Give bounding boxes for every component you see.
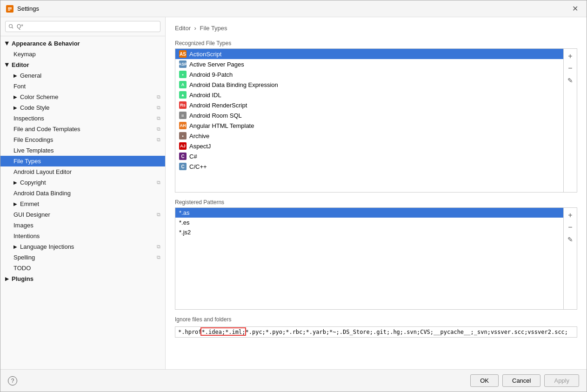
add-file-type-button[interactable]: +	[565, 51, 576, 62]
file-type-android-idl[interactable]: ▲ Android IDL	[175, 90, 563, 100]
pattern-item-es[interactable]: *.es	[175, 218, 563, 227]
sidebar-item-live-templates[interactable]: Live Templates	[0, 145, 165, 156]
ok-button[interactable]: OK	[470, 374, 499, 387]
close-button[interactable]: ✕	[569, 3, 581, 14]
pattern-item-js2[interactable]: *.js2	[175, 227, 563, 237]
pattern-list: *.as *.es *.js2	[175, 208, 563, 309]
add-pattern-button[interactable]: +	[565, 210, 576, 221]
file-type-archive[interactable]: ▪ Archive	[175, 131, 563, 141]
sidebar-item-label: Copyright	[20, 179, 46, 186]
sidebar-item-label: Inspections	[13, 115, 44, 122]
sidebar-item-file-encodings[interactable]: File Encodings ⧉	[0, 134, 165, 145]
sidebar-item-copyright[interactable]: ▶ Copyright ⧉	[0, 177, 165, 188]
file-type-android9patch[interactable]: ▪ Android 9-Patch	[175, 69, 563, 80]
copy-icon: ⧉	[157, 126, 160, 132]
sidebar-item-color-scheme[interactable]: ▶ Color Scheme ⧉	[0, 92, 165, 102]
file-type-aspectj[interactable]: AJ AspectJ	[175, 141, 563, 151]
sidebar-item-spelling[interactable]: Spelling ⧉	[0, 252, 165, 263]
file-type-icon: AJ	[179, 142, 187, 150]
patterns-container: *.as *.es *.js2 + − ✎	[175, 207, 577, 310]
sidebar-item-intentions[interactable]: Intentions	[0, 231, 165, 241]
settings-window: Settings ✕ ▶ Appearance & Behavior Keyma…	[0, 0, 587, 392]
title-bar-left: Settings	[6, 5, 39, 13]
apply-button[interactable]: Apply	[544, 374, 579, 387]
copy-icon: ⧉	[157, 212, 160, 218]
sidebar-item-emmet[interactable]: ▶ Emmet	[0, 199, 165, 209]
file-type-renderscript[interactable]: Rs Android RenderScript	[175, 100, 563, 110]
copy-icon: ⧉	[157, 179, 160, 186]
breadcrumb-separator: ›	[194, 25, 196, 32]
sidebar-item-general[interactable]: ▶ General	[0, 70, 165, 81]
file-list-container: AS ActionScript ASP Active Server Pages …	[175, 48, 577, 193]
copy-icon: ⧉	[157, 105, 160, 111]
title-bar: Settings ✕	[0, 0, 587, 17]
breadcrumb-part1: Editor	[175, 25, 191, 32]
sidebar-item-label: Images	[13, 222, 33, 229]
sidebar-item-file-code-templates[interactable]: File and Code Templates ⧉	[0, 124, 165, 134]
recognized-section: Recognized File Types AS ActionScript AS…	[175, 40, 577, 193]
ignore-input[interactable]	[175, 326, 577, 338]
file-type-icon: ≡	[179, 112, 187, 119]
remove-file-type-button[interactable]: −	[565, 63, 576, 74]
file-type-name: C#	[189, 153, 197, 160]
sidebar-item-android-layout[interactable]: Android Layout Editor	[0, 166, 165, 177]
arrow-icon: ▶	[13, 105, 17, 110]
file-type-csharp[interactable]: C C#	[175, 151, 563, 161]
cancel-button[interactable]: Cancel	[502, 374, 540, 387]
sidebar-item-label: Android Data Binding	[13, 190, 71, 197]
file-list: AS ActionScript ASP Active Server Pages …	[175, 49, 563, 192]
file-type-asp[interactable]: ASP Active Server Pages	[175, 59, 563, 69]
sidebar-item-appearance[interactable]: ▶ Appearance & Behavior	[0, 38, 165, 49]
search-input[interactable]	[5, 21, 160, 32]
pattern-item-as[interactable]: *.as	[175, 208, 563, 218]
sidebar-item-label: Language Injections	[20, 243, 74, 250]
sidebar-item-label: Spelling	[13, 254, 35, 261]
file-type-icon: ▪	[179, 132, 187, 140]
svg-rect-3	[8, 10, 10, 11]
sidebar-item-font[interactable]: Font	[0, 81, 165, 92]
sidebar-item-file-types[interactable]: File Types	[0, 156, 165, 166]
file-type-icon: ASP	[179, 60, 187, 68]
registered-patterns-section: Registered Patterns *.as *.es *.js2 + − …	[175, 199, 577, 310]
file-type-android-data-binding-expr[interactable]: A Android Data Binding Expression	[175, 80, 563, 90]
sidebar-item-label: Emmet	[20, 200, 39, 207]
sidebar-item-gui-designer[interactable]: GUI Designer ⧉	[0, 209, 165, 220]
file-type-room-sql[interactable]: ≡ Android Room SQL	[175, 110, 563, 120]
help-button[interactable]: ?	[8, 376, 17, 385]
arrow-icon: ▶	[13, 244, 17, 249]
file-list-side-buttons: + − ✎	[563, 49, 577, 192]
file-type-icon: C	[179, 163, 187, 170]
bottom-bar: ? OK Cancel Apply	[0, 369, 587, 392]
sidebar-item-label: Editor	[12, 61, 29, 68]
sidebar-item-keymap[interactable]: Keymap	[0, 49, 165, 60]
sidebar-item-language-injections[interactable]: ▶ Language Injections ⧉	[0, 241, 165, 252]
file-type-actionscript[interactable]: AS ActionScript	[175, 49, 563, 59]
remove-pattern-button[interactable]: −	[565, 222, 576, 233]
file-type-name: Android Room SQL	[189, 112, 242, 119]
edit-pattern-button[interactable]: ✎	[565, 234, 576, 245]
bottom-buttons: OK Cancel Apply	[470, 374, 579, 387]
file-type-icon: ▪	[179, 71, 187, 78]
sidebar-item-images[interactable]: Images	[0, 220, 165, 231]
arrow-icon: ▶	[5, 276, 9, 281]
copy-icon: ⧉	[157, 244, 160, 250]
edit-file-type-button[interactable]: ✎	[565, 75, 576, 86]
file-type-icon: A	[179, 81, 187, 88]
registered-section-title: Registered Patterns	[175, 199, 577, 206]
file-type-cpp[interactable]: C C/C++	[175, 161, 563, 172]
file-type-name: Angular HTML Template	[189, 122, 254, 129]
sidebar-item-inspections[interactable]: Inspections ⧉	[0, 113, 165, 124]
sidebar-item-code-style[interactable]: ▶ Code Style ⧉	[0, 102, 165, 113]
file-type-icon: C	[179, 153, 187, 160]
arrow-icon: ▶	[13, 180, 17, 185]
sidebar-item-todo[interactable]: TODO	[0, 263, 165, 273]
sidebar-item-plugins[interactable]: ▶ Plugins	[0, 273, 165, 284]
file-type-angular-html[interactable]: AH Angular HTML Template	[175, 120, 563, 131]
sidebar-item-label: Color Scheme	[20, 93, 58, 100]
file-type-icon: ▲	[179, 91, 187, 99]
file-type-name: C/C++	[189, 163, 207, 170]
sidebar-item-android-data-binding[interactable]: Android Data Binding	[0, 188, 165, 199]
ignore-section: Ignore files and folders *.hprof*.idea;*…	[175, 316, 577, 338]
sidebar-item-editor[interactable]: ▶ Editor	[0, 60, 165, 70]
sidebar-item-label: Appearance & Behavior	[12, 40, 80, 47]
